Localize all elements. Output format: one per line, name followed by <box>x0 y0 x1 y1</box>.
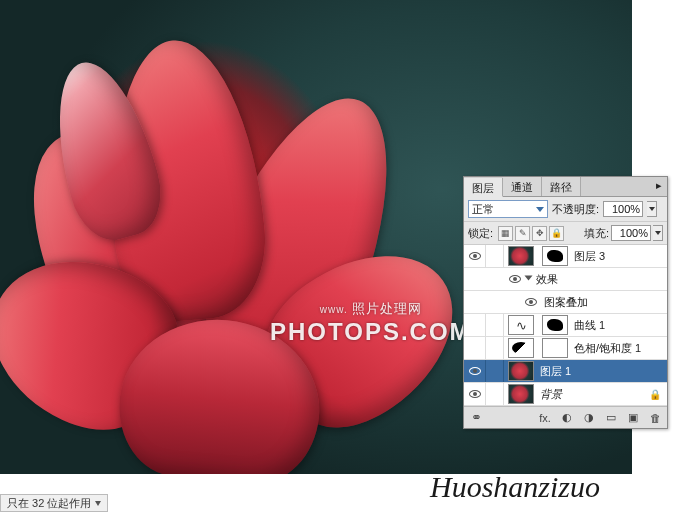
link-col[interactable] <box>486 245 504 267</box>
effect-name: 图案叠加 <box>542 295 667 310</box>
lock-position-icon[interactable]: ✥ <box>532 226 547 241</box>
link-col[interactable] <box>486 383 504 405</box>
lock-icons: ▦ ✎ ✥ 🔒 <box>498 226 564 241</box>
visibility-toggle[interactable] <box>520 291 542 313</box>
add-mask-icon[interactable]: ◐ <box>559 410 575 426</box>
fill-stepper[interactable] <box>653 225 663 241</box>
status-segment[interactable]: 只在 32 位起作用 <box>0 494 108 512</box>
visibility-toggle[interactable] <box>464 360 486 382</box>
eye-icon <box>469 390 481 398</box>
eye-icon <box>469 252 481 260</box>
layer-name[interactable]: 色相/饱和度 1 <box>572 341 667 356</box>
layer-style-icon[interactable]: fx. <box>537 410 553 426</box>
layer-row-curves[interactable]: 曲线 1 <box>464 314 667 337</box>
tab-layers[interactable]: 图层 <box>464 178 503 197</box>
status-text: 只在 32 位起作用 <box>7 496 91 511</box>
new-group-icon[interactable]: ▭ <box>603 410 619 426</box>
layer-name[interactable]: 曲线 1 <box>572 318 667 333</box>
layers-panel-footer: ⚭ fx. ◐ ◑ ▭ ▣ 🗑 <box>464 406 667 428</box>
layer-row-layer1[interactable]: 图层 1 <box>464 360 667 383</box>
blend-opacity-row: 正常 不透明度: 100% <box>464 197 667 222</box>
fill-label: 填充: <box>584 226 609 241</box>
effects-label: 效果 <box>534 272 667 287</box>
layer-thumbnail[interactable] <box>508 361 534 381</box>
tab-paths[interactable]: 路径 <box>542 177 581 196</box>
blend-mode-value: 正常 <box>472 202 494 217</box>
layer-list: 图层 3 效果 图案叠加 曲线 1 色相/饱和度 1 <box>464 245 667 406</box>
chevron-down-icon <box>95 501 101 506</box>
status-bar: 只在 32 位起作用 <box>0 493 108 513</box>
lock-label: 锁定: <box>468 226 493 241</box>
visibility-toggle[interactable] <box>464 314 486 336</box>
link-col[interactable] <box>486 314 504 336</box>
tab-channels[interactable]: 通道 <box>503 177 542 196</box>
eye-icon <box>525 298 537 306</box>
layer-row-layer3[interactable]: 图层 3 <box>464 245 667 268</box>
opacity-label: 不透明度: <box>552 202 599 217</box>
layer-effects-row[interactable]: 效果 <box>464 268 667 291</box>
link-layers-icon[interactable]: ⚭ <box>468 410 484 426</box>
layer-name[interactable]: 图层 1 <box>538 364 667 379</box>
layer-row-huesat[interactable]: 色相/饱和度 1 <box>464 337 667 360</box>
disclosure-triangle-icon[interactable] <box>525 276 533 281</box>
layer-row-background[interactable]: 背景 🔒 <box>464 383 667 406</box>
lock-icon: 🔒 <box>649 389 661 400</box>
layer-name[interactable]: 图层 3 <box>572 249 667 264</box>
watermark-domain: PHOTOPS.COM <box>270 318 472 346</box>
chevron-down-icon <box>536 207 544 212</box>
layer-name[interactable]: 背景 <box>538 387 649 402</box>
panel-menu-icon[interactable]: ▸ <box>651 177 667 196</box>
adjustment-thumbnail[interactable] <box>508 338 534 358</box>
eye-icon <box>469 367 481 375</box>
layer-mask-thumbnail[interactable] <box>542 338 568 358</box>
eye-icon <box>509 275 521 283</box>
panel-tabs: 图层 通道 路径 ▸ <box>464 177 667 197</box>
visibility-toggle[interactable] <box>504 268 526 290</box>
layers-panel: 图层 通道 路径 ▸ 正常 不透明度: 100% 锁定: ▦ ✎ ✥ 🔒 填充:… <box>463 176 668 429</box>
layer-effect-pattern-row[interactable]: 图案叠加 <box>464 291 667 314</box>
watermark-www: www. <box>320 304 348 315</box>
link-col[interactable] <box>486 360 504 382</box>
layer-thumbnail[interactable] <box>508 246 534 266</box>
visibility-toggle[interactable] <box>464 337 486 359</box>
lock-all-icon[interactable]: 🔒 <box>549 226 564 241</box>
delete-layer-icon[interactable]: 🗑 <box>647 410 663 426</box>
lock-pixels-icon[interactable]: ✎ <box>515 226 530 241</box>
link-col[interactable] <box>486 337 504 359</box>
layer-mask-thumbnail[interactable] <box>542 246 568 266</box>
adjustment-thumbnail[interactable] <box>508 315 534 335</box>
new-adjustment-icon[interactable]: ◑ <box>581 410 597 426</box>
layer-mask-thumbnail[interactable] <box>542 315 568 335</box>
opacity-input[interactable]: 100% <box>603 201 643 217</box>
opacity-stepper[interactable] <box>647 201 657 217</box>
opacity-value: 100% <box>612 203 640 215</box>
visibility-toggle[interactable] <box>464 383 486 405</box>
new-layer-icon[interactable]: ▣ <box>625 410 641 426</box>
visibility-toggle[interactable] <box>464 245 486 267</box>
watermark-title: 照片处理网 <box>352 301 422 316</box>
layer-thumbnail[interactable] <box>508 384 534 404</box>
blend-mode-select[interactable]: 正常 <box>468 200 548 218</box>
watermark: www.照片处理网 PHOTOPS.COM <box>270 300 472 346</box>
signature-text: Huoshanzizuo <box>430 470 600 504</box>
fill-value: 100% <box>620 227 648 239</box>
fill-input[interactable]: 100% <box>611 225 651 241</box>
lock-transparency-icon[interactable]: ▦ <box>498 226 513 241</box>
lock-fill-row: 锁定: ▦ ✎ ✥ 🔒 填充: 100% <box>464 222 667 245</box>
